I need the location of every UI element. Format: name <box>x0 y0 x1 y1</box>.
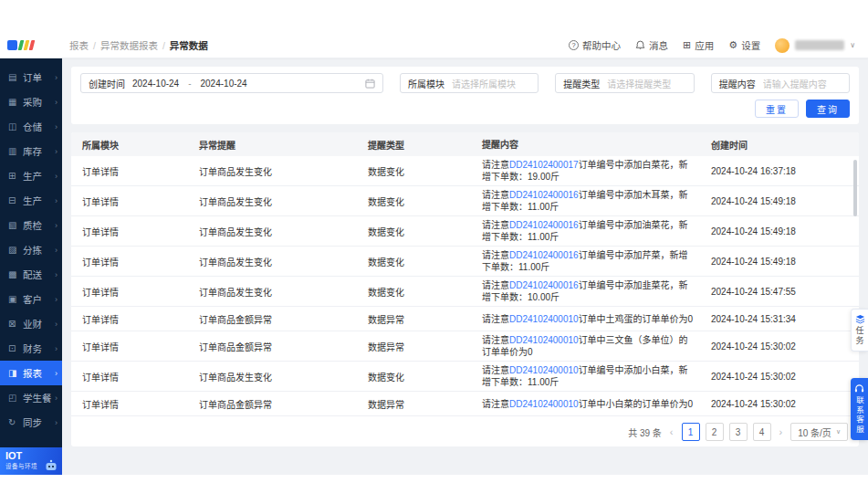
table-row[interactable]: 订单详情 订单商品发生变化 数据变化 请注意DD24102400016订单编号中… <box>71 186 859 216</box>
sidebar-item-orders[interactable]: ▤订单› <box>0 65 62 89</box>
page-button-2[interactable]: 2 <box>706 423 724 441</box>
cell-type: 数据异常 <box>368 340 482 353</box>
apps-button[interactable]: ⊞ 应用 <box>683 38 714 52</box>
table-row[interactable]: 订单详情 订单商品发生变化 数据变化 请注意DD24102400017订单编号中… <box>71 156 859 186</box>
logo-mark-blue <box>7 40 17 50</box>
content-prefix: 请注意 <box>482 250 509 260</box>
cell-created-at: 2024-10-24 15:30:02 <box>711 341 848 352</box>
search-button[interactable]: 查询 <box>806 100 850 118</box>
cell-module: 订单详情 <box>82 285 199 299</box>
table-row[interactable]: 订单详情 订单商品发生变化 数据变化 请注意DD24102400016订单编号中… <box>71 247 859 277</box>
cell-module: 订单详情 <box>82 255 199 268</box>
sidebar-item-inventory[interactable]: ▥库存› <box>0 139 62 163</box>
type-select[interactable]: 提醒类型 请选择提醒类型 <box>555 73 694 93</box>
vertical-scrollbar[interactable] <box>853 160 857 216</box>
breadcrumb-item-reports[interactable]: 报表 <box>69 38 89 52</box>
iot-panel[interactable]: IOT 设备与环境 <box>0 447 62 475</box>
business-finance-icon: ⊠ <box>8 319 20 329</box>
table-row[interactable]: 订单详情 订单商品发生变化 数据变化 请注意DD24102400016订单编号中… <box>71 277 859 307</box>
sidebar-item-customers[interactable]: ▣客户› <box>0 287 62 311</box>
sidebar-item-warehouse[interactable]: ◫仓储› <box>0 114 62 139</box>
order-number-link[interactable]: DD24102400016 <box>509 190 579 200</box>
sidebar-item-label: 财务 <box>23 341 55 355</box>
chevron-right-icon: › <box>55 270 58 279</box>
column-header-type: 提醒类型 <box>368 138 482 152</box>
sidebar-nav: ▤订单› ▦采购› ◫仓储› ▥库存› ⊞生产› ⊟生产› ▧质检› ▨分拣› … <box>0 58 62 447</box>
module-select[interactable]: 所属模块 请选择所属模块 <box>400 73 539 93</box>
settings-button[interactable]: ⚙ 设置 <box>728 38 760 52</box>
order-number-link[interactable]: DD24102400016 <box>509 220 579 230</box>
order-number-link[interactable]: DD24102400016 <box>509 280 579 290</box>
column-header-exception: 异常提醒 <box>199 138 368 152</box>
tasks-tab[interactable]: 任务 <box>851 309 868 352</box>
help-center-button[interactable]: ? 帮助中心 <box>569 38 621 52</box>
order-number-link[interactable]: DD24102400017 <box>509 160 579 170</box>
pagination-total: 共 39 条 <box>628 425 662 439</box>
chevron-right-icon: › <box>55 344 58 353</box>
gear-icon: ⚙ <box>728 40 737 50</box>
chevron-right-icon: › <box>55 295 58 304</box>
order-number-link[interactable]: DD24102400010 <box>509 314 579 324</box>
order-number-link[interactable]: DD24102400010 <box>509 335 579 345</box>
pagination: 共 39 条 ‹ 1 2 3 4 › 10 条/页 ∨ <box>71 417 859 446</box>
sidebar-item-reports[interactable]: ◨报表› <box>0 361 62 385</box>
prev-page-button[interactable]: ‹ <box>667 426 676 437</box>
date-range-input[interactable]: 创建时间 2024-10-24 - 2024-10-24 <box>80 73 383 93</box>
table-row[interactable]: 订单详情 订单商品金额异常 数据异常 请注意DD24102400010订单中小白… <box>71 392 859 416</box>
page-button-4[interactable]: 4 <box>753 423 771 441</box>
chevron-down-icon[interactable]: ∨ <box>850 41 855 49</box>
sidebar-item-purchase[interactable]: ▦采购› <box>0 89 62 114</box>
cell-type: 数据变化 <box>368 225 482 238</box>
sidebar-item-student-meals[interactable]: ◰学生餐› <box>0 385 62 410</box>
cell-type: 数据变化 <box>368 285 482 299</box>
table-row[interactable]: 订单详情 订单商品发生变化 数据变化 请注意DD24102400016订单编号中… <box>71 216 859 247</box>
cell-type: 数据变化 <box>368 370 482 383</box>
column-header-content: 提醒内容 <box>482 139 711 151</box>
reset-button[interactable]: 重置 <box>755 100 799 118</box>
contact-support-tab[interactable]: 联系客服 <box>851 378 868 440</box>
top-header: 报表 / 异常数据报表 / 异常数据 ? 帮助中心 消息 ⊞ 应用 ⚙ 设置 <box>0 33 868 58</box>
orders-icon: ▤ <box>8 72 20 82</box>
avatar[interactable] <box>775 38 790 53</box>
content-prefix: 请注意 <box>482 280 509 290</box>
table-row[interactable]: 订单详情 订单商品发生变化 数据变化 请注意DD24102400010订单编号中… <box>71 362 859 392</box>
sidebar-item-sync[interactable]: ↻同步› <box>0 410 62 435</box>
module-select-placeholder: 请选择所属模块 <box>452 77 516 90</box>
sidebar-item-delivery[interactable]: ▩配送› <box>0 262 62 287</box>
order-number-link[interactable]: DD24102400010 <box>509 399 579 409</box>
cell-exception: 订单商品发生变化 <box>199 164 368 178</box>
reports-icon: ◨ <box>8 368 20 378</box>
date-from-value: 2024-10-24 <box>132 79 179 89</box>
sidebar-item-production-2[interactable]: ⊟生产› <box>0 188 62 213</box>
apps-grid-icon: ⊞ <box>683 40 691 50</box>
question-circle-icon: ? <box>569 40 579 50</box>
sidebar-item-finance[interactable]: ⊡财务› <box>0 336 62 361</box>
breadcrumb-item-current: 异常数据 <box>170 38 208 52</box>
order-number-link[interactable]: DD24102400010 <box>509 365 579 375</box>
messages-button[interactable]: 消息 <box>635 38 668 52</box>
content-text: 订单中小白菜的订单单价为0 <box>579 399 694 409</box>
sidebar-item-production-1[interactable]: ⊞生产› <box>0 163 62 188</box>
filter-row: 创建时间 2024-10-24 - 2024-10-24 所属模块 请选择所属模… <box>80 73 850 93</box>
page-button-1[interactable]: 1 <box>682 423 700 441</box>
sidebar-item-sorting[interactable]: ▨分拣› <box>0 237 62 262</box>
breadcrumb-item-exception-reports[interactable]: 异常数据报表 <box>100 38 158 52</box>
table-row[interactable]: 订单详情 订单商品金额异常 数据异常 请注意DD24102400010订单中土鸡… <box>71 307 859 331</box>
table-row[interactable]: 订单详情 订单商品金额异常 数据异常 请注意DD24102400010订单中三文… <box>71 331 859 362</box>
sidebar-item-business-finance[interactable]: ⊠业财› <box>0 311 62 336</box>
sync-icon: ↻ <box>8 417 20 427</box>
quality-icon: ▧ <box>8 220 20 230</box>
date-range-label: 创建时间 <box>89 77 125 90</box>
bell-icon <box>635 40 645 50</box>
sidebar-item-quality[interactable]: ▧质检› <box>0 213 62 237</box>
cell-module: 订单详情 <box>82 194 199 208</box>
content-input[interactable]: 提醒内容 请输入提醒内容 <box>711 73 850 93</box>
content-prefix: 请注意 <box>482 160 509 170</box>
settings-label: 设置 <box>741 38 760 52</box>
page-size-select[interactable]: 10 条/页 ∨ <box>790 423 848 441</box>
next-page-button[interactable]: › <box>777 426 786 437</box>
order-number-link[interactable]: DD24102400016 <box>509 250 579 260</box>
page-button-3[interactable]: 3 <box>729 423 748 441</box>
date-separator: - <box>188 79 191 89</box>
page-size-value: 10 条/页 <box>798 425 831 439</box>
